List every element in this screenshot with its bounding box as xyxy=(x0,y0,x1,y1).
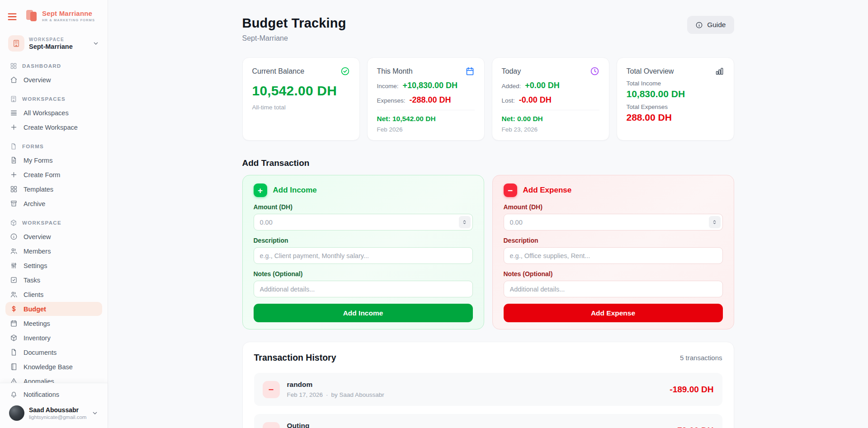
notifications-label: Notifications xyxy=(24,391,59,398)
warning-icon xyxy=(10,377,18,383)
sidebar-item-clients[interactable]: Clients xyxy=(5,287,102,301)
add-income-button[interactable]: Add Income xyxy=(254,304,473,322)
stat-value: +10,830.00 DH xyxy=(403,81,458,90)
menu-icon[interactable] xyxy=(7,12,17,20)
number-stepper-icon[interactable] xyxy=(709,216,721,228)
avatar xyxy=(9,405,24,421)
plus-icon xyxy=(10,171,18,179)
logo-icon xyxy=(26,9,38,23)
income-amount-input[interactable] xyxy=(254,214,473,230)
history-count: 5 transactions xyxy=(680,354,722,362)
sidebar-bottom: Notifications Saad Aboussabr lightsynica… xyxy=(0,383,108,428)
sidebar-item-overview[interactable]: Overview xyxy=(5,230,102,244)
brand-name: Sept Marrianne xyxy=(42,9,95,17)
income-description-input[interactable] xyxy=(254,247,473,264)
net-line: Net: 10,542.00 DH xyxy=(377,115,475,123)
summary-cards: Current Balance 10,542.00 DH All-time to… xyxy=(242,57,734,141)
sidebar-item-all-workspaces[interactable]: All Workspaces xyxy=(5,106,102,120)
transaction-row[interactable]: −OutingFeb 17, 2026·by Saad Aboussabr-79… xyxy=(254,414,722,428)
workspace-selector[interactable]: WORKSPACE Sept-Marriane xyxy=(5,33,103,54)
sidebar-item-budget[interactable]: Budget xyxy=(5,302,102,316)
stat-value: -0.00 DH xyxy=(519,95,552,105)
brand-tagline: HR & MARKETING FORMS xyxy=(42,18,95,22)
dollar-icon xyxy=(10,305,18,313)
sidebar-item-tasks[interactable]: Tasks xyxy=(5,273,102,287)
sidebar-item-my-forms[interactable]: My Forms xyxy=(5,153,102,167)
sidebar-item-create-workspace[interactable]: Create Workspace xyxy=(5,120,102,134)
users-icon xyxy=(10,247,18,255)
add-expense-panel: − Add Expense Amount (DH) Description No… xyxy=(492,175,734,329)
sidebar-item-archive[interactable]: Archive xyxy=(5,197,102,211)
sidebar: Sept Marrianne HR & MARKETING FORMS WORK… xyxy=(0,0,108,428)
chevron-down-icon xyxy=(92,40,99,47)
sidebar-item-anomalies[interactable]: Anomalies xyxy=(5,374,102,383)
sidebar-item-templates[interactable]: Templates xyxy=(5,182,102,196)
number-stepper-icon[interactable] xyxy=(459,216,471,228)
document-icon xyxy=(10,156,18,164)
workspace-label: WORKSPACE xyxy=(29,37,73,42)
add-expense-button[interactable]: Add Expense xyxy=(504,304,723,322)
stat-label: Expenses: xyxy=(377,97,406,104)
balance-caption: All-time total xyxy=(252,104,350,111)
user-name: Saad Aboussabr xyxy=(29,406,86,414)
card-current-balance: Current Balance 10,542.00 DH All-time to… xyxy=(242,57,360,141)
transaction-meta: Feb 17, 2026·by Saad Aboussabr xyxy=(287,391,384,398)
sidebar-item-notifications[interactable]: Notifications xyxy=(5,387,102,401)
total-income-label: Total Income xyxy=(627,80,724,87)
main: Budget Tracking Sept-Marriane Guide Curr… xyxy=(108,0,868,428)
income-notes-input[interactable] xyxy=(254,281,473,297)
transaction-amount: -79.00 DH xyxy=(675,426,714,428)
total-expenses-value: 288.00 DH xyxy=(627,112,724,123)
card-title: Total Overview xyxy=(627,67,674,75)
amount-label: Amount (DH) xyxy=(504,203,723,211)
expense-notes-input[interactable] xyxy=(504,281,723,297)
guide-button[interactable]: Guide xyxy=(687,16,734,34)
user-email: lightsynicate@gmail.com xyxy=(29,414,86,420)
sidebar-item-inventory[interactable]: Inventory xyxy=(5,331,102,345)
check-circle-icon xyxy=(340,66,350,76)
transaction-list: −randomFeb 17, 2026·by Saad Aboussabr-18… xyxy=(254,373,722,428)
stat-value: +0.00 DH xyxy=(525,81,560,90)
card-title: Current Balance xyxy=(252,67,305,75)
user-menu[interactable]: Saad Aboussabr lightsynicate@gmail.com xyxy=(5,402,102,423)
card-total-overview: Total Overview Total Income 10,830.00 DH… xyxy=(617,57,734,141)
bar-chart-icon xyxy=(715,66,724,76)
sidebar-item-knowledge-base[interactable]: Knowledge Base xyxy=(5,360,102,374)
page-subtitle: Sept-Marriane xyxy=(242,34,346,42)
sidebar-item-documents[interactable]: Documents xyxy=(5,345,102,359)
plus-icon: + xyxy=(254,183,267,197)
calendar-icon xyxy=(465,66,475,76)
stat-label: Added: xyxy=(502,83,521,89)
card-date: Feb 2026 xyxy=(377,126,475,133)
expense-description-input[interactable] xyxy=(504,247,723,264)
stat-label: Lost: xyxy=(502,97,515,104)
expense-amount-input[interactable] xyxy=(504,214,723,230)
sidebar-item-members[interactable]: Members xyxy=(5,244,102,258)
archive-icon xyxy=(10,200,18,207)
sidebar-section-dashboard: DASHBOARD xyxy=(5,59,102,72)
building-icon xyxy=(10,95,17,103)
total-expenses-label: Total Expenses xyxy=(627,103,724,110)
stat-value: -288.00 DH xyxy=(410,95,451,105)
brand-logo: Sept Marrianne HR & MARKETING FORMS xyxy=(26,9,95,23)
page-title: Budget Tracking xyxy=(242,16,346,31)
amount-label: Amount (DH) xyxy=(254,203,473,211)
sidebar-item-settings[interactable]: Settings xyxy=(5,259,102,273)
sidebar-item-overview[interactable]: Overview xyxy=(5,73,102,87)
description-label: Description xyxy=(504,237,723,244)
card-this-month: This Month Income: +10,830.00 DH Expense… xyxy=(367,57,485,141)
sidebar-section-workspace: WORKSPACE xyxy=(5,216,102,229)
cube-icon xyxy=(10,219,17,226)
file-icon xyxy=(10,143,17,150)
minus-icon: − xyxy=(504,183,517,197)
app: Sept Marrianne HR & MARKETING FORMS WORK… xyxy=(0,0,868,428)
task-icon xyxy=(10,276,18,284)
minus-icon: − xyxy=(263,381,280,398)
stat-label: Income: xyxy=(377,83,399,89)
transaction-row[interactable]: −randomFeb 17, 2026·by Saad Aboussabr-18… xyxy=(254,373,722,406)
info-icon xyxy=(695,21,703,29)
add-income-panel: + Add Income Amount (DH) Description Not… xyxy=(242,175,484,329)
sidebar-item-create-form[interactable]: Create Form xyxy=(5,168,102,182)
card-title: Today xyxy=(502,67,521,75)
sidebar-item-meetings[interactable]: Meetings xyxy=(5,316,102,330)
